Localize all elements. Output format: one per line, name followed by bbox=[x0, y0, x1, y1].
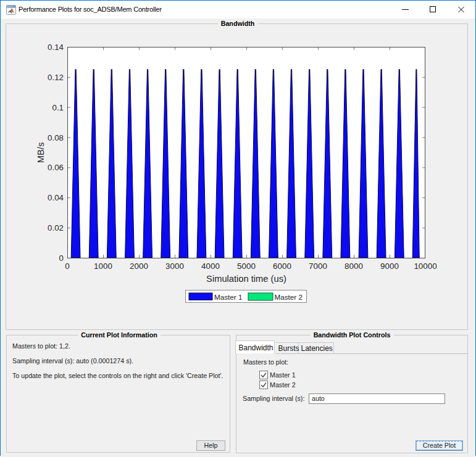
svg-text:5000: 5000 bbox=[237, 261, 256, 271]
svg-text:1000: 1000 bbox=[94, 261, 112, 271]
svg-text:0.02: 0.02 bbox=[48, 223, 64, 233]
svg-text:9000: 9000 bbox=[380, 261, 399, 271]
svg-text:3000: 3000 bbox=[165, 261, 184, 271]
svg-text:Master 2: Master 2 bbox=[275, 293, 303, 301]
svg-text:0.1: 0.1 bbox=[52, 103, 64, 112]
svg-text:4000: 4000 bbox=[201, 261, 220, 271]
svg-text:10000: 10000 bbox=[414, 261, 436, 271]
svg-text:0.14: 0.14 bbox=[48, 43, 64, 52]
svg-text:0: 0 bbox=[59, 253, 64, 263]
svg-text:0: 0 bbox=[65, 261, 69, 271]
svg-text:MB/s: MB/s bbox=[36, 142, 46, 163]
svg-text:7000: 7000 bbox=[309, 261, 327, 271]
svg-text:6000: 6000 bbox=[273, 261, 291, 271]
svg-text:0.12: 0.12 bbox=[48, 73, 64, 82]
svg-text:Master 1: Master 1 bbox=[214, 293, 242, 301]
svg-text:2000: 2000 bbox=[130, 261, 148, 271]
svg-text:0.06: 0.06 bbox=[48, 163, 64, 172]
svg-text:0.08: 0.08 bbox=[48, 133, 64, 142]
svg-text:0.04: 0.04 bbox=[48, 193, 64, 202]
svg-text:Simulation time (us): Simulation time (us) bbox=[206, 274, 286, 284]
svg-text:8000: 8000 bbox=[344, 261, 363, 271]
